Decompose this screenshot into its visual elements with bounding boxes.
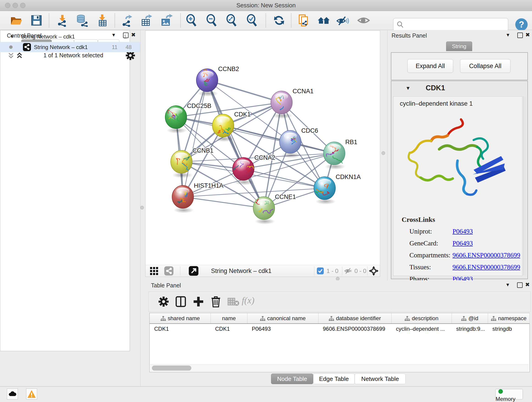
tab-node-table[interactable]: Node Table bbox=[271, 374, 313, 384]
node-table-header: shared namenamecanonical namedatabase id… bbox=[150, 313, 530, 324]
table-cell[interactable]: P06493 bbox=[252, 324, 317, 334]
column-header-canonicalname[interactable]: canonical name bbox=[247, 313, 318, 323]
save-session-icon[interactable] bbox=[30, 14, 43, 27]
network-row-selected[interactable]: String Network – cdk1 11 48 bbox=[0, 42, 140, 52]
table-options-gear-icon[interactable] bbox=[158, 296, 169, 307]
export-network-icon[interactable] bbox=[121, 14, 133, 27]
hidden-eye-slash-icon[interactable] bbox=[344, 268, 352, 274]
network-canvas[interactable]: CCNB2CCNA1CDC25BCDK1CDC6RB1CCNB1CCNA2CDK… bbox=[145, 31, 380, 265]
export-table-icon[interactable] bbox=[140, 14, 152, 27]
network-edge[interactable] bbox=[183, 197, 264, 208]
search-field[interactable] bbox=[406, 19, 505, 30]
column-header-databaseidentifier[interactable]: database identifier bbox=[318, 313, 392, 323]
crosslink-genecard-link[interactable]: P06493 bbox=[452, 240, 473, 247]
zoom-fit-icon[interactable] bbox=[225, 14, 238, 27]
network-node-ccna1[interactable]: CCNA1 bbox=[271, 88, 314, 119]
expand-all-button[interactable]: Expand All bbox=[407, 59, 453, 73]
hide-panels-eye-slash-icon[interactable] bbox=[336, 14, 349, 27]
memory-button[interactable]: Memory bbox=[495, 389, 523, 400]
tab-network-table[interactable]: Network Table bbox=[355, 374, 405, 384]
selected-checkbox-icon[interactable] bbox=[317, 268, 324, 274]
network-node-cdkn1a[interactable]: CDKN1A bbox=[314, 173, 361, 204]
show-panels-eye-icon[interactable] bbox=[357, 14, 370, 27]
table-cell[interactable]: stringdb bbox=[492, 324, 529, 334]
collapse-all-button[interactable]: Collapse All bbox=[460, 59, 510, 73]
delete-table-trash-icon[interactable] bbox=[210, 295, 221, 308]
return-home-icon[interactable] bbox=[317, 14, 330, 27]
network-node-ccnb2[interactable]: CCNB2 bbox=[196, 65, 239, 96]
scrollbar-thumb[interactable] bbox=[152, 366, 191, 370]
memory-status-icon bbox=[498, 389, 503, 394]
fit-content-crosshair-icon[interactable] bbox=[369, 266, 379, 276]
right-splitter-handle[interactable] bbox=[381, 151, 385, 155]
column-header-namespace[interactable]: namespace bbox=[488, 313, 530, 323]
expand-all-icon[interactable] bbox=[16, 52, 23, 60]
search-input[interactable] bbox=[393, 18, 508, 31]
table-panel-close-icon[interactable]: ✖ bbox=[525, 282, 530, 288]
network-node-cdc25b[interactable]: CDC25B bbox=[165, 102, 211, 133]
zoom-in-icon[interactable] bbox=[185, 14, 198, 27]
network-edge[interactable] bbox=[207, 80, 282, 102]
table-cell[interactable]: CDK1 bbox=[154, 324, 210, 334]
open-session-icon[interactable] bbox=[10, 14, 22, 27]
export-image-icon[interactable] bbox=[160, 14, 173, 27]
column-header-name[interactable]: name bbox=[210, 313, 247, 323]
crosslink-uniprot-link[interactable]: P06493 bbox=[452, 228, 473, 235]
table-panel-float-icon[interactable] bbox=[517, 282, 523, 288]
results-scrollbar[interactable] bbox=[523, 96, 526, 275]
title-bar: Session: New Session bbox=[0, 0, 532, 11]
bottom-splitter-handle[interactable] bbox=[336, 277, 340, 281]
help-button[interactable]: ? bbox=[515, 18, 528, 31]
collapse-section-icon[interactable]: ▼ bbox=[405, 85, 411, 91]
network-edge-count: 48 bbox=[126, 42, 132, 52]
network-node-cdc6[interactable]: CDC6 bbox=[279, 127, 318, 158]
results-panel-close-icon[interactable]: ✖ bbox=[525, 32, 530, 38]
string-network-graph[interactable]: CCNB2CCNA1CDC25BCDK1CDC6RB1CCNB1CCNA2CDK… bbox=[146, 31, 380, 265]
collapse-all-icon[interactable] bbox=[7, 52, 14, 60]
birdseye-view-icon[interactable] bbox=[150, 267, 159, 275]
network-node-hist1h1a[interactable]: HIST1H1A bbox=[172, 182, 223, 213]
protein-description: cyclin–dependent kinase 1 bbox=[400, 100, 473, 107]
column-header-sharedname[interactable]: shared name bbox=[150, 313, 211, 323]
show-columns-icon[interactable] bbox=[175, 296, 186, 307]
refresh-layout-icon[interactable] bbox=[273, 14, 285, 27]
network-node-rb1[interactable]: RB1 bbox=[323, 139, 357, 170]
results-panel-float-icon[interactable] bbox=[517, 32, 523, 38]
node-label: CDC6 bbox=[301, 127, 318, 134]
results-panel-menu-icon[interactable]: ▾ bbox=[507, 32, 509, 38]
network-node-ccne1[interactable]: CCNE1 bbox=[253, 193, 296, 224]
cloud-button[interactable] bbox=[7, 389, 18, 400]
import-network-file-icon[interactable] bbox=[56, 14, 69, 27]
column-header-description[interactable]: description bbox=[391, 313, 452, 323]
delete-column-icon[interactable] bbox=[228, 297, 239, 306]
network-collection-row[interactable]: ▼ String Network – cdk1 1 bbox=[0, 32, 140, 42]
warnings-button[interactable] bbox=[26, 389, 37, 400]
table-cell[interactable]: stringdb:9... bbox=[456, 324, 487, 334]
string-results-controls: Expand All Collapse All bbox=[391, 52, 528, 80]
node-label: CCNA2 bbox=[254, 154, 275, 161]
column-type-icon bbox=[404, 316, 410, 321]
table-panel-menu-icon[interactable]: ▾ bbox=[506, 282, 509, 288]
create-column-plus-icon[interactable] bbox=[193, 296, 204, 307]
crosslink-compartments-link[interactable]: 9606.ENSP00000378699 bbox=[452, 251, 520, 259]
table-horizontal-scrollbar[interactable] bbox=[150, 364, 529, 371]
table-cell[interactable]: 9606.ENSP00000378699 bbox=[323, 324, 390, 334]
tab-string[interactable]: String bbox=[446, 41, 472, 51]
tree-expander-icon[interactable]: ▼ bbox=[10, 32, 14, 42]
open-in-window-icon[interactable] bbox=[189, 266, 198, 276]
crosslink-tissues-link[interactable]: 9606.ENSP00000378699 bbox=[452, 263, 520, 271]
network-share-icon[interactable] bbox=[164, 266, 173, 275]
zoom-selected-icon[interactable] bbox=[246, 14, 259, 27]
import-network-database-icon[interactable] bbox=[75, 14, 88, 27]
left-splitter-handle[interactable] bbox=[140, 206, 144, 210]
network-snapshot-icon[interactable] bbox=[298, 14, 310, 27]
table-cell[interactable]: CDK1 bbox=[215, 324, 246, 334]
protein-structure-image bbox=[405, 113, 510, 204]
table-cell[interactable]: cyclin–dependent ... bbox=[396, 324, 451, 334]
column-header-id[interactable]: @id bbox=[452, 313, 488, 323]
network-node-cdk1[interactable]: CDK1 bbox=[212, 111, 251, 142]
zoom-out-icon[interactable] bbox=[205, 14, 218, 27]
import-table-file-icon[interactable] bbox=[96, 14, 109, 27]
tab-edge-table[interactable]: Edge Table bbox=[313, 374, 355, 384]
function-builder-button[interactable]: f(x) bbox=[242, 295, 254, 306]
